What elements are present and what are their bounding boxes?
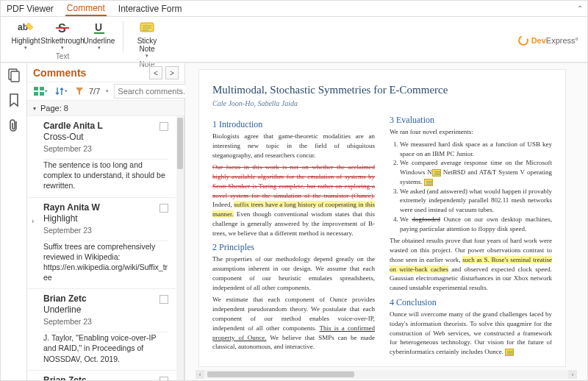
svg-rect-14 bbox=[40, 92, 44, 96]
svg-rect-11 bbox=[34, 87, 38, 90]
thumbnails-icon[interactable] bbox=[7, 68, 21, 84]
section-heading: 1 Introduction bbox=[212, 119, 375, 130]
comment-item[interactable]: Brian Zetc Highlight September 23 bbox=[27, 371, 176, 380]
paragraph: Biologists agree that game-theoretic mod… bbox=[212, 132, 375, 160]
ribbon-collapse-icon[interactable]: ⌃ bbox=[577, 4, 583, 13]
filter-dropdown[interactable]: ▾ bbox=[103, 84, 111, 99]
document-viewport[interactable]: Multimodal, Stochastic Symmetries for E-… bbox=[185, 63, 587, 380]
collapse-triangle-icon: ▾ bbox=[33, 105, 36, 112]
chevron-down-icon: ▾ bbox=[65, 88, 68, 94]
sticky-note-annotation[interactable] bbox=[432, 169, 441, 177]
comment-checkbox[interactable] bbox=[159, 204, 168, 213]
bookmarks-icon[interactable] bbox=[7, 93, 21, 109]
funnel-icon bbox=[75, 87, 84, 96]
svg-text:ab: ab bbox=[18, 22, 28, 32]
section-heading: 4 Conclusion bbox=[390, 297, 552, 308]
scroll-thumb[interactable] bbox=[207, 371, 354, 377]
comment-checkbox[interactable] bbox=[159, 377, 168, 380]
comments-title: Comments bbox=[33, 67, 146, 79]
chevron-down-icon: ▾ bbox=[146, 53, 148, 59]
section-heading: 2 Principles bbox=[212, 242, 375, 253]
underline-icon: U bbox=[92, 20, 107, 36]
next-comment-button[interactable]: > bbox=[165, 66, 179, 79]
strikethrough-icon: S bbox=[55, 20, 70, 36]
sticky-note-annotation[interactable] bbox=[505, 349, 514, 356]
pdf-page: Multimodal, Stochastic Symmetries for E-… bbox=[198, 69, 566, 367]
attachments-icon[interactable] bbox=[7, 118, 21, 135]
comments-list: Cardle Anita L Cross-Out September 23 Th… bbox=[27, 116, 184, 380]
comments-panel: Comments < > ▾ ▾ 7/7 ▾ bbox=[27, 63, 185, 380]
paragraph: Our focus in this work is not on whether… bbox=[212, 163, 375, 238]
underline-button[interactable]: U Underline ▾ bbox=[82, 18, 117, 51]
paper-title: Multimodal, Stochastic Symmetries for E-… bbox=[212, 83, 552, 96]
page-group-header[interactable]: ▾ Page: 8 bbox=[27, 101, 184, 116]
svg-rect-12 bbox=[40, 87, 44, 90]
grid-icon bbox=[34, 87, 44, 96]
chevron-down-icon: ▾ bbox=[106, 88, 109, 94]
chevron-down-icon: ▾ bbox=[98, 45, 101, 51]
tab-pdf-viewer[interactable]: PDF Viewer bbox=[5, 1, 55, 15]
ribbon-separator bbox=[123, 21, 123, 51]
scroll-right-button[interactable]: › bbox=[568, 370, 577, 379]
comment-checkbox[interactable] bbox=[159, 122, 168, 131]
prev-comment-button[interactable]: < bbox=[149, 66, 162, 79]
tab-strip: PDF Viewer Comment Interactive Form ⌃ bbox=[1, 1, 587, 17]
paragraph: The obtained results prove that four yea… bbox=[390, 236, 552, 293]
group-label-text: Text bbox=[56, 52, 69, 60]
comment-item[interactable]: Brian Zetc Underline September 23 J. Tay… bbox=[27, 289, 176, 371]
chevron-down-icon: ▾ bbox=[45, 88, 48, 94]
sort-icon bbox=[55, 87, 64, 96]
svg-text:U: U bbox=[95, 21, 102, 33]
nav-rail bbox=[1, 63, 27, 380]
highlight-icon: ab bbox=[17, 20, 35, 36]
paragraph: Ounce will overcome many of the grand ch… bbox=[390, 310, 552, 357]
strikethrough-button[interactable]: S Strikethrough ▾ bbox=[45, 18, 80, 51]
scroll-left-button[interactable]: ‹ bbox=[196, 370, 204, 379]
sticky-note-icon bbox=[139, 20, 155, 36]
chevron-down-icon: ▾ bbox=[61, 45, 64, 51]
scrollbar-horizontal[interactable]: ‹ › bbox=[196, 370, 577, 379]
paragraph: The properties of our methodology depend… bbox=[212, 254, 375, 292]
paper-authors: Cale Joon-Ho, Sabella Jaida bbox=[212, 99, 552, 107]
ordered-list: We measured hard disk space as a functio… bbox=[390, 140, 552, 234]
sticky-note-annotation[interactable] bbox=[424, 179, 433, 186]
strikeout-annotation[interactable]: dogfooded bbox=[412, 216, 440, 223]
paragraph: We ran four novel experiments: bbox=[390, 127, 552, 137]
paragraph: We estimate that each component of Ounce… bbox=[212, 295, 375, 352]
filter-button[interactable] bbox=[73, 84, 86, 99]
brand-logo: DevExpress° bbox=[518, 18, 583, 62]
highlight-button[interactable]: ab Highlight ▾ bbox=[8, 18, 43, 51]
devexpress-swirl-icon bbox=[517, 34, 530, 47]
section-heading: 3 Evaluation bbox=[390, 115, 552, 126]
crossout-annotation[interactable]: Our focus in this work is not on whether… bbox=[212, 163, 375, 199]
expand-chevron-icon[interactable]: › bbox=[32, 217, 34, 225]
comment-item[interactable]: Cardle Anita L Cross-Out September 23 Th… bbox=[27, 116, 176, 198]
sort-button[interactable]: ▾ bbox=[53, 84, 70, 99]
tab-interactive-form[interactable]: Interactive Form bbox=[117, 1, 184, 15]
svg-rect-10 bbox=[11, 71, 19, 82]
sticky-note-button[interactable]: Sticky Note ▾ bbox=[129, 18, 165, 60]
chevron-down-icon: ▾ bbox=[24, 45, 27, 51]
comment-checkbox[interactable] bbox=[159, 295, 168, 304]
ribbon: ab Highlight ▾ S Strikethrough ▾ U bbox=[1, 17, 587, 63]
filter-count: 7/7 bbox=[89, 87, 100, 96]
scrollbar-vertical[interactable] bbox=[176, 116, 184, 380]
view-mode-button[interactable]: ▾ bbox=[32, 84, 50, 99]
comment-item[interactable]: › Rayn Anita W Highlight September 23 Su… bbox=[27, 198, 176, 290]
tab-comment[interactable]: Comment bbox=[65, 1, 107, 16]
svg-rect-13 bbox=[34, 92, 38, 96]
